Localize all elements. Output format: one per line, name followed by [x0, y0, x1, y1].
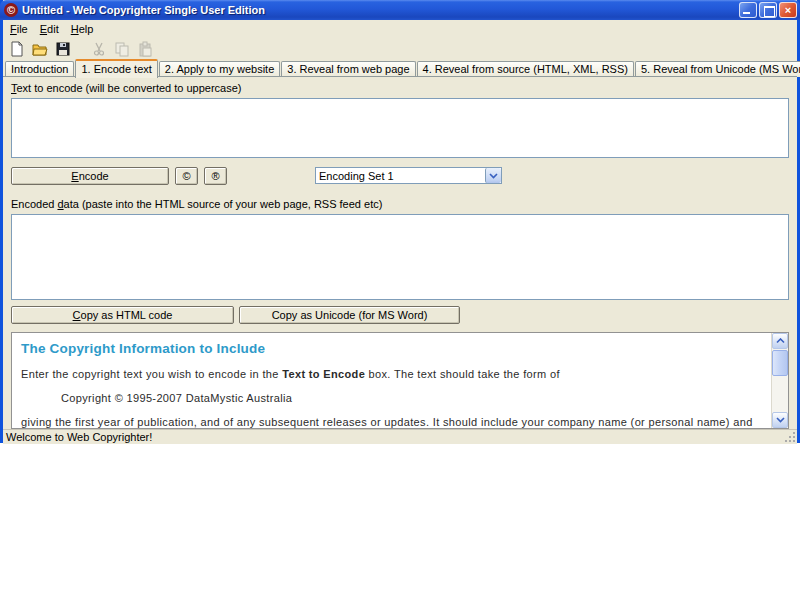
menu-item-help[interactable]: Help: [65, 22, 100, 36]
copy-button: [112, 39, 132, 59]
resize-grip[interactable]: [784, 431, 796, 443]
title-bar: © Untitled - Web Copyrighter Single User…: [0, 0, 800, 20]
minimize-button[interactable]: [739, 2, 757, 18]
menu-item-edit[interactable]: Edit: [34, 22, 65, 36]
encode-text-panel: Text to encode (will be converted to upp…: [3, 77, 797, 429]
copy-as-unicode-button[interactable]: Copy as Unicode (for MS Word): [239, 306, 460, 324]
tab-encode-text[interactable]: 1. Encode text: [75, 59, 157, 78]
scroll-thumb[interactable]: [772, 350, 788, 376]
text-to-encode-input[interactable]: [11, 98, 789, 158]
copy-as-html-button[interactable]: Copy as HTML code: [11, 306, 234, 324]
chevron-down-icon: [776, 417, 785, 423]
tab-reveal-from-web-page[interactable]: 3. Reveal from web page: [281, 61, 415, 77]
paste-button: [135, 39, 155, 59]
paste-icon: [137, 41, 153, 57]
save-icon: [55, 41, 71, 57]
save-button[interactable]: [53, 39, 73, 59]
tab-reveal-from-source[interactable]: 4. Reveal from source (HTML, XML, RSS): [417, 61, 634, 77]
encode-button[interactable]: Encode: [11, 167, 169, 185]
chevron-up-icon: [776, 338, 785, 344]
tab-reveal-from-unicode[interactable]: 5. Reveal from Unicode (MS Word etc): [635, 61, 800, 77]
encoded-data-output[interactable]: [11, 214, 789, 300]
maximize-button[interactable]: [759, 2, 777, 18]
chevron-down-icon[interactable]: [485, 168, 501, 183]
scroll-down-button[interactable]: [772, 412, 788, 428]
copyright-logo-icon: ©: [4, 3, 18, 17]
registered-symbol-button[interactable]: ®: [204, 167, 227, 185]
status-bar: Welcome to Web Copyrighter!: [3, 429, 797, 444]
open-button[interactable]: [30, 39, 50, 59]
text-to-encode-label: Text to encode (will be converted to upp…: [11, 82, 789, 96]
menu-item-file[interactable]: File: [4, 22, 34, 36]
new-file-icon: [9, 41, 25, 57]
cut-icon: [91, 41, 107, 57]
open-folder-icon: [32, 41, 48, 57]
tab-apply-to-website[interactable]: 2. Apply to my website: [159, 61, 280, 77]
scroll-up-button[interactable]: [772, 333, 788, 349]
help-heading: The Copyright Information to Include: [21, 341, 762, 356]
menu-bar: File Edit Help: [3, 20, 797, 37]
status-message: Welcome to Web Copyrighter!: [6, 431, 152, 443]
help-example: Copyright © 1995-2007 DataMystic Austral…: [61, 392, 762, 404]
help-panel: The Copyright Information to Include Ent…: [11, 332, 789, 429]
new-file-button[interactable]: [7, 39, 27, 59]
copy-icon: [114, 41, 130, 57]
help-scrollbar[interactable]: [771, 333, 788, 428]
tab-strip: Introduction 1. Encode text 2. Apply to …: [3, 60, 797, 77]
copyright-symbol-button[interactable]: ©: [175, 167, 198, 185]
help-paragraph-2: giving the first year of publication, an…: [21, 416, 762, 429]
app-window: © Untitled - Web Copyrighter Single User…: [0, 0, 800, 443]
cut-button: [89, 39, 109, 59]
encoding-set-value: Encoding Set 1: [316, 170, 485, 182]
close-button[interactable]: ×: [779, 2, 797, 18]
tab-introduction[interactable]: Introduction: [5, 61, 74, 77]
encoding-set-select[interactable]: Encoding Set 1: [315, 167, 502, 184]
window-title: Untitled - Web Copyrighter Single User E…: [22, 4, 739, 16]
toolbar: [3, 37, 797, 60]
help-paragraph-1: Enter the copyright text you wish to enc…: [21, 368, 762, 380]
encoded-data-label: Encoded data (paste into the HTML source…: [11, 198, 789, 212]
